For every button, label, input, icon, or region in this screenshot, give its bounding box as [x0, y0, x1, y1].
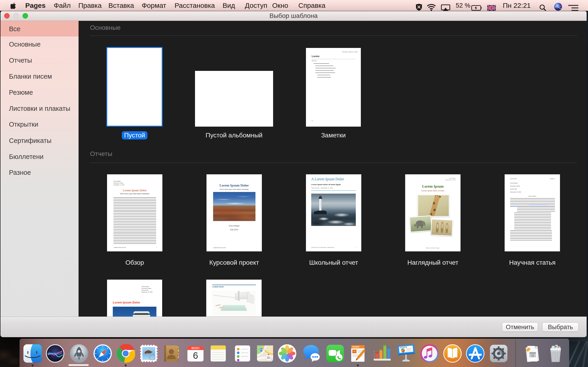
svg-text:280: 280 [260, 349, 263, 350]
svg-text:ФЕВР.: ФЕВР. [191, 346, 199, 350]
svg-text:6: 6 [193, 350, 198, 361]
svg-text:PAGES: PAGES [352, 346, 359, 348]
svg-text:3D: 3D [267, 356, 270, 359]
